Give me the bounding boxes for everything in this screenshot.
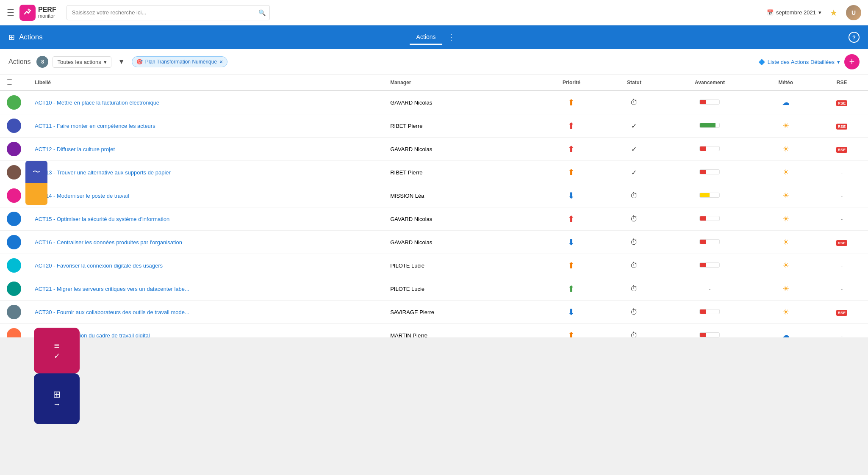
- row-manager-cell: SAVIRAGE Pierre: [383, 301, 538, 324]
- row-rse-cell: RSE: [815, 138, 868, 161]
- row-progress-cell: -: [664, 277, 756, 301]
- help-icon: ?: [849, 32, 860, 43]
- row-checkbox-cell: [0, 207, 28, 231]
- col-avancement: Avancement: [664, 75, 756, 91]
- select-label: Toutes les actions: [57, 59, 101, 65]
- row-progress-cell: [664, 161, 756, 184]
- row-manager-cell: PILOTE Lucie: [383, 277, 538, 301]
- table-row: ACT10 - Mettre en place la facturation é…: [0, 91, 868, 114]
- row-rse-cell: RSE: [815, 301, 868, 324]
- row-manager-cell: PILOTE Lucie: [383, 254, 538, 277]
- avatar-image: U: [846, 5, 861, 20]
- hamburger-icon[interactable]: ☰: [7, 8, 14, 18]
- action-link-ACT15[interactable]: ACT15 - Optimiser la sécurité du système…: [35, 216, 169, 222]
- logo-text: PERF monitor: [38, 6, 56, 19]
- row-priority-cell: ⬆: [538, 138, 605, 161]
- row-avatar-image: [7, 119, 21, 133]
- logo-perf: PERF: [38, 6, 56, 14]
- table-row: ACT20 - Favoriser la connexion digitale …: [0, 254, 868, 277]
- row-status-cell: ⏱: [605, 324, 664, 338]
- row-progress-cell: [664, 231, 756, 254]
- help-button[interactable]: ?: [849, 32, 860, 43]
- action-link-ACT11[interactable]: ACT11 - Faire monter en compétence les a…: [35, 123, 155, 129]
- subheader: ⊞ Actions Actions ⋮ ?: [0, 25, 868, 49]
- col-meteo: Météo: [756, 75, 815, 91]
- chip-icon: 🎯: [136, 59, 143, 65]
- actions-filter-select[interactable]: Toutes les actions ▾: [53, 56, 111, 68]
- row-avatar-image: [7, 212, 21, 226]
- tasks-popup[interactable]: ≡ ✓: [34, 328, 80, 337]
- action-link-ACT13[interactable]: ACT13 - Trouver une alternative aux supp…: [35, 169, 171, 176]
- row-status-cell: ⏱: [605, 231, 664, 254]
- row-checkbox-cell: [0, 114, 28, 138]
- row-avatar: [7, 119, 21, 133]
- tab-actions[interactable]: Actions: [410, 30, 443, 45]
- action-link-ACT10[interactable]: ACT10 - Mettre en place la facturation é…: [35, 99, 159, 106]
- row-checkbox-cell: [0, 277, 28, 301]
- actions-table: Libellé Manager Priorité Statut Avanceme…: [0, 75, 868, 337]
- row-label-cell: ACT12 - Diffuser la culture projet: [28, 138, 383, 161]
- row-status-cell: ⏱: [605, 184, 664, 207]
- app-logo: PERF monitor: [19, 5, 56, 21]
- row-meteo-cell: ☁: [756, 324, 815, 338]
- action-link-ACT14[interactable]: ACT14 - Moderniser le poste de travail: [35, 193, 129, 199]
- row-manager-cell: GAVARD Nicolas: [383, 138, 538, 161]
- add-action-button[interactable]: +: [844, 54, 860, 69]
- module-title: Actions: [19, 33, 43, 41]
- table-row: ACT16 - Centraliser les données produite…: [0, 231, 868, 254]
- row-avatar: [7, 328, 21, 337]
- action-link-ACT30[interactable]: ACT30 - Fournir aux collaborateurs des o…: [35, 309, 189, 315]
- main-content: Actions 8 Toutes les actions ▾ ▼ 🎯 Plan …: [0, 49, 868, 337]
- row-progress-cell: [664, 324, 756, 338]
- row-checkbox-cell: [0, 91, 28, 114]
- favorites-icon[interactable]: ★: [830, 8, 837, 18]
- row-label-cell: ACT21 - Migrer les serveurs critiques ve…: [28, 277, 383, 301]
- more-tabs-icon[interactable]: ⋮: [444, 31, 458, 44]
- chart-float-button[interactable]: 〜: [25, 161, 47, 183]
- logo-monitor: monitor: [38, 14, 56, 19]
- col-statut: Statut: [605, 75, 664, 91]
- list-view-selector[interactable]: 🔷 Liste des Actions Détaillées ▾: [758, 59, 840, 65]
- toolbar-right: 🔷 Liste des Actions Détaillées ▾ +: [758, 54, 860, 69]
- row-progress-cell: [664, 301, 756, 324]
- search-icon: 🔍: [258, 9, 266, 16]
- row-meteo-cell: ☁: [756, 91, 815, 114]
- row-avatar: [7, 95, 21, 110]
- row-progress-cell: [664, 207, 756, 231]
- select-all-checkbox[interactable]: [7, 79, 12, 85]
- row-checkbox-cell: [0, 301, 28, 324]
- action-link-ACT20[interactable]: ACT20 - Favoriser la connexion digitale …: [35, 262, 163, 269]
- row-rse-cell: -: [815, 277, 868, 301]
- row-checkbox-cell: [0, 254, 28, 277]
- row-avatar: [7, 282, 21, 296]
- row-manager-cell: MISSION Léa: [383, 184, 538, 207]
- row-status-cell: ⏱: [605, 207, 664, 231]
- row-progress-cell: [664, 184, 756, 207]
- toolbar-title: Actions: [8, 58, 31, 66]
- user-avatar[interactable]: U: [846, 5, 861, 20]
- date-label: septembre 2021: [776, 9, 816, 16]
- row-progress-cell: [664, 138, 756, 161]
- table-body: ACT10 - Mettre en place la facturation é…: [0, 91, 868, 337]
- row-checkbox-cell: [0, 138, 28, 161]
- yellow-float-button[interactable]: [25, 183, 47, 205]
- row-rse-cell: -: [815, 324, 868, 338]
- row-rse-cell: RSE: [815, 91, 868, 114]
- row-rse-cell: RSE: [815, 231, 868, 254]
- date-selector[interactable]: 📅 septembre 2021 ▾: [767, 9, 821, 16]
- row-label-cell: ACT13 - Trouver une alternative aux supp…: [28, 161, 383, 184]
- search-input[interactable]: [67, 5, 270, 20]
- filter-icon[interactable]: ▼: [116, 56, 128, 67]
- chip-close-button[interactable]: ×: [219, 58, 223, 65]
- row-manager-cell: GAVARD Nicolas: [383, 231, 538, 254]
- subheader-tabs: Actions ⋮: [410, 30, 459, 45]
- row-avatar: [7, 212, 21, 226]
- action-link-ACT16[interactable]: ACT16 - Centraliser les données produite…: [35, 239, 182, 246]
- row-manager-cell: GAVARD Nicolas: [383, 91, 538, 114]
- action-link-ACT21[interactable]: ACT21 - Migrer les serveurs critiques ve…: [35, 286, 189, 292]
- row-label-cell: ACT20 - Favoriser la connexion digitale …: [28, 254, 383, 277]
- action-link-ACT12[interactable]: ACT12 - Diffuser la culture projet: [35, 146, 115, 152]
- row-label-cell: ACT15 - Optimiser la sécurité du système…: [28, 207, 383, 231]
- calendar-icon: 📅: [767, 9, 774, 16]
- select-chevron: ▾: [104, 59, 107, 65]
